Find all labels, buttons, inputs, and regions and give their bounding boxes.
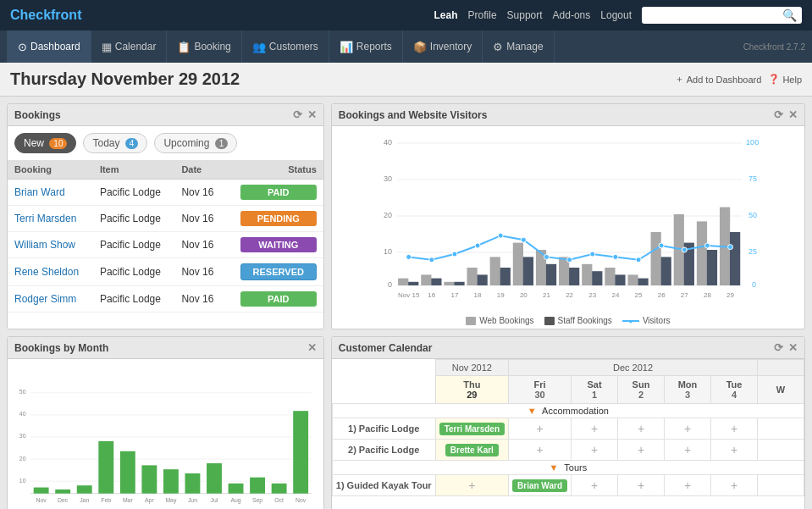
add-booking-btn[interactable]: + xyxy=(591,422,598,435)
day-fri-label: Fri xyxy=(514,379,566,390)
svg-text:Nov: Nov xyxy=(296,497,307,503)
calendar-close-icon[interactable]: ✕ xyxy=(788,341,798,354)
svg-point-72 xyxy=(682,247,687,252)
date-1: 1 xyxy=(577,390,612,400)
customer-calendar-header: Customer Calendar ⟳ ✕ xyxy=(332,337,804,359)
nav-manage[interactable]: ⚙ Manage xyxy=(483,30,554,63)
calendar-booking[interactable]: Brian Ward xyxy=(512,479,567,492)
calendar-resource-row: 1) Pacific Lodge Terri Marsden + + + + + xyxy=(332,418,804,440)
add-booking-btn[interactable]: + xyxy=(731,479,737,492)
day-thu-label: Thu xyxy=(441,379,503,390)
visitors-close-icon[interactable]: ✕ xyxy=(788,108,798,121)
date-30: 30 xyxy=(514,390,566,400)
svg-rect-100 xyxy=(185,473,201,494)
calendar-cell-extra xyxy=(758,418,804,440)
tab-new[interactable]: New 10 xyxy=(14,133,76,153)
nav-customers[interactable]: 👥 Customers xyxy=(242,30,329,63)
svg-text:Mar: Mar xyxy=(123,497,134,503)
monthly-close-icon[interactable]: ✕ xyxy=(307,341,317,354)
top-navigation: Checkfront Leah Profile Support Add-ons … xyxy=(0,0,812,30)
customer-calendar-title: Customer Calendar xyxy=(339,342,433,354)
calendar-booking[interactable]: Terri Marsden xyxy=(439,423,505,435)
svg-rect-31 xyxy=(523,257,533,285)
svg-text:75: 75 xyxy=(748,174,757,183)
svg-point-73 xyxy=(704,243,710,248)
nav-inventory[interactable]: 📦 Inventory xyxy=(403,30,483,63)
customer-link[interactable]: Terri Marsden xyxy=(14,213,76,224)
help-link[interactable]: ❓ Help xyxy=(768,74,802,85)
calendar-refresh-icon[interactable]: ⟳ xyxy=(774,341,783,354)
table-row: Brian Ward Pacific Lodge Nov 16 PAID xyxy=(8,180,323,206)
add-booking-btn[interactable]: + xyxy=(731,443,737,456)
customer-link[interactable]: Rene Sheldon xyxy=(14,266,79,278)
tab-upcoming[interactable]: Upcoming 1 xyxy=(154,133,237,153)
svg-text:25: 25 xyxy=(634,291,642,299)
calendar-cell-extra xyxy=(758,475,804,496)
booking-name: Rene Sheldon xyxy=(8,258,93,286)
svg-text:30: 30 xyxy=(19,433,26,439)
nav-dashboard[interactable]: ⊙ Dashboard xyxy=(7,30,91,63)
customer-link[interactable]: Rodger Simm xyxy=(14,293,76,305)
customer-link[interactable]: William Show xyxy=(14,239,75,251)
svg-rect-43 xyxy=(615,274,625,285)
add-booking-btn[interactable]: + xyxy=(638,422,644,435)
nav-calendar[interactable]: ▦ Calendar xyxy=(91,30,168,63)
add-booking-btn[interactable]: + xyxy=(684,443,691,456)
support-link[interactable]: Support xyxy=(507,9,543,21)
legend-visitors: Visitors xyxy=(622,316,671,325)
add-booking-btn[interactable]: + xyxy=(468,479,475,492)
monthly-chart-area: 50 40 30 20 10 NovDecJanFebMarAprMayJunJ… xyxy=(8,359,323,509)
svg-text:Oct: Oct xyxy=(274,497,284,503)
profile-link[interactable]: Profile xyxy=(468,9,497,21)
day-sun: Sun 2 xyxy=(618,376,665,404)
svg-point-61 xyxy=(429,257,434,263)
svg-text:18: 18 xyxy=(473,291,481,299)
nav-reports[interactable]: 📊 Reports xyxy=(329,30,403,63)
customer-link[interactable]: Brian Ward xyxy=(14,186,65,198)
svg-rect-88 xyxy=(55,490,70,494)
nav-booking[interactable]: 📋 Booking xyxy=(167,30,241,63)
add-booking-btn[interactable]: + xyxy=(684,422,691,435)
add-to-dashboard-link[interactable]: ＋ Add to Dashboard xyxy=(675,73,762,86)
search-box[interactable]: 🔍 xyxy=(642,7,802,24)
manage-icon: ⚙ xyxy=(493,41,503,53)
booking-tabs: New 10 Today 4 Upcoming 1 xyxy=(8,126,323,160)
svg-rect-25 xyxy=(477,274,487,285)
calendar-cell: + xyxy=(711,418,758,440)
day-sat: Sat 1 xyxy=(572,376,618,404)
addons-link[interactable]: Add-ons xyxy=(553,9,591,21)
top-nav-links: Leah Profile Support Add-ons Logout xyxy=(434,9,632,21)
add-booking-btn[interactable]: + xyxy=(731,422,737,435)
page-title: Thursday November 29 2012 xyxy=(10,69,240,89)
dashboard-icon: ⊙ xyxy=(18,41,27,53)
refresh-icon[interactable]: ⟳ xyxy=(293,108,302,121)
calendar-booking[interactable]: Brette Karl xyxy=(445,444,499,456)
svg-text:0: 0 xyxy=(752,280,756,289)
nav-reports-label: Reports xyxy=(356,41,392,53)
svg-point-63 xyxy=(475,243,480,248)
date-3: 3 xyxy=(670,390,705,400)
header-actions: ＋ Add to Dashboard ❓ Help xyxy=(675,73,802,86)
logout-link[interactable]: Logout xyxy=(600,9,632,21)
add-booking-btn[interactable]: + xyxy=(638,479,644,492)
svg-rect-42 xyxy=(605,268,615,285)
nav-booking-label: Booking xyxy=(194,41,230,53)
booking-status: RESERVED xyxy=(225,258,323,286)
add-booking-btn[interactable]: + xyxy=(591,479,598,492)
add-booking-btn[interactable]: + xyxy=(536,443,543,456)
add-booking-btn[interactable]: + xyxy=(591,443,598,456)
add-booking-btn[interactable]: + xyxy=(536,422,543,435)
visitors-refresh-icon[interactable]: ⟳ xyxy=(774,108,783,121)
svg-text:Jul: Jul xyxy=(211,497,218,503)
svg-text:25: 25 xyxy=(748,247,757,256)
add-booking-btn[interactable]: + xyxy=(638,443,644,456)
add-booking-btn[interactable]: + xyxy=(684,479,691,492)
section-name: Accommodation xyxy=(542,406,609,416)
close-icon[interactable]: ✕ xyxy=(307,108,317,121)
svg-text:20: 20 xyxy=(19,456,26,462)
tab-today[interactable]: Today 4 xyxy=(83,133,147,153)
search-input[interactable] xyxy=(647,9,782,21)
calendar-resource-header xyxy=(332,360,435,376)
svg-text:23: 23 xyxy=(588,291,596,299)
current-user: Leah xyxy=(434,9,458,21)
